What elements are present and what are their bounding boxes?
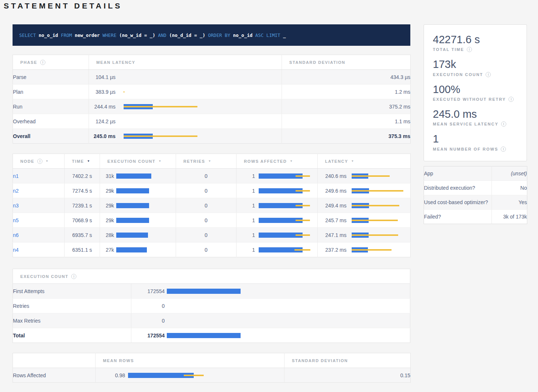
mean-latency-bar: [124, 119, 197, 124]
retries-column-header[interactable]: Retries▼: [176, 154, 237, 169]
node-exec-count: 29k: [100, 188, 114, 194]
node-rows-affected: 1: [237, 217, 255, 223]
node-rows-affected: 1: [237, 173, 255, 179]
info-icon[interactable]: i: [501, 147, 506, 152]
phase-label: Run: [13, 99, 89, 114]
latency-bar: [352, 218, 403, 223]
node-retries: 0: [176, 198, 237, 213]
phase-row: Plan 383.9 µs 1.2 ms: [13, 85, 411, 99]
std-dev-value: 0.15: [284, 368, 411, 383]
execution-count-column-header[interactable]: Execution Count▼: [100, 154, 176, 169]
exec-count-bar: [116, 203, 151, 208]
latency-bar: [352, 247, 403, 252]
count-bar: [167, 333, 241, 338]
exec-value: 172554: [131, 288, 165, 294]
exec-row: Retries 0: [13, 299, 410, 313]
node-time: 7402.2 s: [65, 169, 100, 183]
std-dev-value: 1.1 ms: [282, 114, 411, 129]
node-exec-count: 29k: [100, 217, 114, 223]
count-bar: [167, 289, 241, 294]
latency-bar: [352, 233, 403, 238]
detail-value: (unset): [492, 166, 527, 181]
info-icon[interactable]: i: [486, 72, 491, 77]
rows-affected-column-header[interactable]: Rows Affected▼: [237, 154, 318, 169]
stat-label: Total Timei: [433, 47, 518, 52]
info-icon[interactable]: i: [508, 97, 514, 102]
node-stats-table: Nodei▼ Time▼ Execution Count▼ Retries▼ R…: [13, 154, 411, 257]
phase-column-header: Phasei: [13, 55, 89, 70]
node-column-header[interactable]: Nodei▼: [13, 154, 65, 169]
node-link[interactable]: n6: [13, 232, 19, 238]
info-icon[interactable]: i: [71, 274, 76, 279]
node-latency: 249.6 ms: [318, 188, 346, 194]
rows-affected-bar: [259, 247, 310, 252]
standard-deviation-column-header: Standard Deviation: [284, 353, 411, 368]
detail-label: App: [424, 166, 492, 181]
latency-column-header[interactable]: Latency▼: [318, 154, 411, 169]
exec-count-bar: [116, 233, 151, 238]
sort-arrow-icon: ▼: [158, 160, 162, 163]
node-retries: 0: [176, 228, 237, 243]
phase-row: Overhead 124.2 µs 1.1 ms: [13, 114, 411, 129]
node-latency: 237.2 ms: [318, 247, 346, 253]
node-link[interactable]: n2: [13, 188, 19, 194]
exec-count-bar: [116, 218, 151, 223]
node-link[interactable]: n1: [13, 173, 19, 179]
info-icon[interactable]: i: [467, 47, 472, 52]
detail-row-app: App (unset): [424, 166, 527, 181]
std-dev-value: 375.3 ms: [282, 129, 411, 144]
phase-label: Overhead: [13, 114, 89, 129]
rows-affected-table: Mean Rows Standard Deviation Rows Affect…: [13, 353, 411, 383]
time-column-header[interactable]: Time▼: [65, 154, 100, 169]
info-icon[interactable]: i: [40, 60, 45, 65]
exec-count-bar: [116, 188, 151, 193]
sort-desc-icon: ▼: [87, 160, 91, 163]
mean-latency-bar: [124, 104, 197, 109]
exec-count-bar: [116, 247, 151, 252]
stat-value: 42271.6 s: [433, 34, 518, 46]
node-link[interactable]: n4: [13, 247, 19, 253]
stat-label: Executed Without Retryi: [433, 97, 518, 102]
execution-count-section-header: Execution Counti: [13, 269, 410, 284]
phase-label: Plan: [13, 85, 89, 99]
mean-latency-value: 244.4 ms: [89, 104, 115, 110]
detail-value: 3k of 173k: [492, 210, 527, 224]
rows-affected-bar: [259, 218, 310, 223]
detail-label: Distributed execution?: [424, 181, 492, 195]
exec-value: 0: [131, 303, 165, 309]
exec-value: 0: [131, 318, 165, 324]
phase-latency-table: Phasei Mean Latency Standard Deviation P…: [13, 55, 411, 144]
stat-label: Execution Counti: [433, 72, 518, 77]
node-row: n6 6935.7 s 28k 0 1 247.1 ms: [13, 228, 411, 243]
node-time: 7239.1 s: [65, 198, 100, 213]
page-title: STATEMENT DETAILS: [4, 1, 122, 10]
stat-value: 173k: [433, 58, 518, 71]
node-latency: 240.6 ms: [318, 173, 346, 179]
detail-value: Yes: [492, 195, 527, 210]
stat-executed-without-retry: 100% Executed Without Retryi: [433, 83, 518, 102]
node-row: n3 7239.1 s 29k 0 1 249.4 ms: [13, 198, 411, 213]
node-exec-count: 29k: [100, 203, 114, 209]
node-latency: 245.7 ms: [318, 217, 346, 223]
node-retries: 0: [176, 243, 237, 257]
exec-value: 172554: [131, 333, 165, 338]
exec-row: Max Retries 0: [13, 313, 410, 328]
node-link[interactable]: n5: [13, 217, 19, 223]
node-retries: 0: [176, 169, 237, 183]
stat-label: Mean Number of Rowsi: [433, 147, 518, 152]
rows-affected-bar: [259, 173, 310, 179]
node-time: 6351.1 s: [65, 243, 100, 257]
node-time: 7274.5 s: [65, 183, 100, 198]
phase-row: Parse 104.1 µs 434.3 µs: [13, 70, 411, 85]
mean-latency-value: 124.2 µs: [89, 118, 115, 124]
node-latency: 247.1 ms: [318, 232, 346, 238]
detail-label: Used cost-based optimizer?: [424, 195, 492, 210]
mean-latency-bar: [124, 134, 197, 139]
node-link[interactable]: n3: [13, 203, 19, 209]
info-icon[interactable]: i: [37, 159, 42, 164]
exec-label: First Attempts: [13, 284, 131, 299]
sql-statement: SELECT no_o_id FROM new_order WHERE (no_…: [19, 32, 286, 38]
node-time: 6935.7 s: [65, 228, 100, 243]
info-icon[interactable]: i: [501, 121, 506, 127]
std-dev-value: 1.2 ms: [282, 85, 411, 99]
